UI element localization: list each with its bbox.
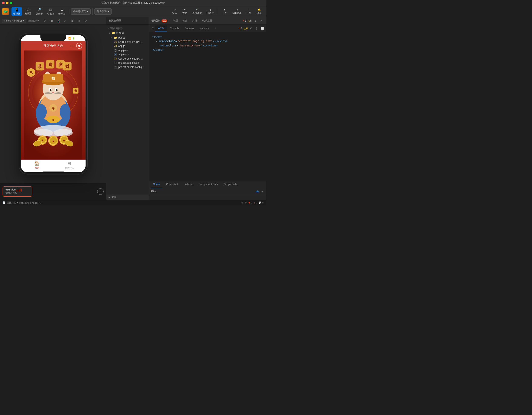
main-content: iPhone X 85% 16 ▾ 热重载 开▾ ⟳ ⏺ 📱 ⤢ ▣ ⊕ ↺ 7… [0,17,266,200]
tab-network[interactable]: Network [197,25,211,32]
tabs-error-icon: ✕ [238,27,240,30]
nav-home[interactable]: 🏠 首页 [21,161,53,171]
tab-scope-data[interactable]: Scope Data [221,181,240,188]
file-appjson[interactable]: {} app.json [106,48,149,52]
app-menu-dots[interactable]: ··· [70,44,75,48]
copy-path-icon[interactable]: ⧉ [39,201,41,204]
audio-bar-2 [18,188,18,191]
file-526d-label: 526D5E449F02EBAF... [118,41,142,43]
page-path: 页面路径 ▾ [7,201,18,204]
open-editors-text: 打开的编辑器 [109,27,123,30]
outline-section[interactable]: ▶ 大纲 [106,195,149,200]
warning-number: 6 [250,20,252,22]
filter-add-btn[interactable]: ＋ [261,190,264,193]
device-debug-btn[interactable]: 📲 真机调试 [190,7,204,16]
pages-item[interactable]: ▶ 📁 pages [106,35,149,40]
simulator-btn[interactable]: 📱 模拟器 [11,7,22,16]
tab-console[interactable]: Console [167,25,182,32]
mode-dropdown[interactable]: 小程序模式 ▾ [71,8,91,15]
audio-title: 音频播放 [6,188,16,192]
upload-btn[interactable]: ⬆ 上传 [220,7,229,16]
devtools-up-icon[interactable]: ▲ [253,19,257,23]
svg-text:金: 金 [52,119,55,121]
file-projectprivate[interactable]: {} project.private.config... [106,65,149,69]
code-line-1: <page> [152,35,263,39]
tabs-error-num: 2 [241,27,242,30]
file-appjs[interactable]: JS app.js [106,44,149,48]
more-options-icon[interactable]: ⋮ [255,26,259,30]
file-c156[interactable]: JS C15640D09F02EBAF... [106,57,149,61]
tab-styles-label: Styles [153,183,160,186]
clear-cache-btn[interactable]: 🗑 清缓存 [205,7,216,16]
filter-cls-btn[interactable]: .cls [255,190,259,193]
code-string-2: "bg-music-box" [179,43,202,48]
tab-code-quality[interactable]: 代码质量 [200,18,215,23]
tab-sources[interactable]: Sources [182,25,197,32]
tab-dataset[interactable]: Dataset [181,181,195,188]
avatar[interactable]: 🐲 [2,8,9,15]
preview-btn[interactable]: 👁 预览 [180,7,190,16]
file-appwxss[interactable]: S app.wxss [106,52,149,57]
code-arrow-1[interactable]: ▶ [156,39,157,43]
view-status-icon[interactable]: 👁 [245,202,247,204]
settings-status-icon[interactable]: ⚙ [241,201,243,204]
devtools-tabs-bar: ⬡ Wxml Console Sources Network » ✕ 2 [149,25,266,32]
devtools-header-tabs: 问题 输出 终端 代码质量 [171,18,215,23]
popout-icon[interactable]: ⬜ [260,26,264,30]
js-icon-2: JS [114,45,117,48]
code-spaces [156,43,159,48]
details-btn[interactable]: ≡ 详情 [244,7,254,16]
device-debug-label: 真机调试 [192,11,202,15]
phone-btn[interactable]: 📱 [56,18,61,23]
device-selector[interactable]: iPhone X 85% 16 ▾ [2,19,26,23]
svg-point-35 [36,104,47,119]
separator-1 [69,8,69,15]
file-panel-menu-icon[interactable]: ··· [144,20,147,22]
file-projectconfig[interactable]: {} project.config.json [106,61,149,65]
file-526d[interactable]: JS 526D5E449F02EBAF... [106,40,149,44]
settings-icon[interactable]: ⚙ [249,26,253,30]
phone-mockup: 7:17 📶 🔋 100% 祝您兔年大吉 ··· ⏺ [19,33,87,174]
filter-input[interactable] [159,190,254,193]
record-btn[interactable]: ⏺ [49,18,54,23]
svg-point-29 [56,89,57,91]
svg-text:发: 发 [58,62,63,67]
version-btn[interactable]: ⎇ 版本管理 [230,7,243,16]
code-line-2: ▶ <view class= "content page-bg-box" >…<… [152,39,263,43]
close-button[interactable] [2,2,5,4]
svg-text:喜: 喜 [48,62,52,67]
separator-2 [92,8,93,15]
cloud-btn[interactable]: ☁ 云开发 [57,7,67,16]
hot-reload-label[interactable]: 热重载 开▾ [28,19,39,22]
compile-dropdown[interactable]: 普通编译 ▾ [94,8,112,15]
tab-issues[interactable]: 问题 [171,18,180,23]
refresh-btn[interactable]: ⟳ [42,18,48,23]
app-record-icon[interactable]: ⏺ [76,43,82,49]
tab-wxml[interactable]: Wxml [155,25,167,32]
tab-terminal[interactable]: 终端 [190,18,200,23]
maximize-button[interactable] [10,2,12,4]
rotate-btn[interactable]: ↺ [83,18,88,23]
nav-more[interactable]: ⊞ 更多好玩 [53,161,86,171]
file-projectconfig-label: project.config.json [118,61,139,64]
tab-more[interactable]: » [212,25,218,32]
tab-output[interactable]: 输出 [180,18,190,23]
tab-computed[interactable]: Computed [164,181,180,188]
messages-btn[interactable]: 🔔 消息 [255,7,264,16]
editor-btn[interactable]: </> 编辑器 [23,7,33,16]
code-line-4: </page> [152,48,263,52]
tab-styles[interactable]: Styles [151,181,163,188]
minimize-button[interactable] [6,2,9,4]
play-pause-button[interactable]: ⏸ [97,188,104,195]
compile-btn[interactable]: ⟳ 编译 [170,7,179,16]
js-icon-1: JS [114,40,117,43]
select-btn[interactable]: ▣ [70,18,75,23]
tab-component-data[interactable]: Component Data [196,181,220,188]
expand-btn[interactable]: ⤢ [63,18,68,23]
wxml-inspect-icon[interactable]: ⬡ [151,26,155,30]
pointer-btn[interactable]: ⊕ [76,18,82,23]
visual-btn[interactable]: ▦ 可视化 [45,7,56,16]
debugger-btn[interactable]: 🔎 调试器 [34,7,45,16]
devtools-close-icon[interactable]: ✕ [259,19,264,23]
root-folder-item[interactable]: ▼ 📁 送祝福 [106,30,149,35]
